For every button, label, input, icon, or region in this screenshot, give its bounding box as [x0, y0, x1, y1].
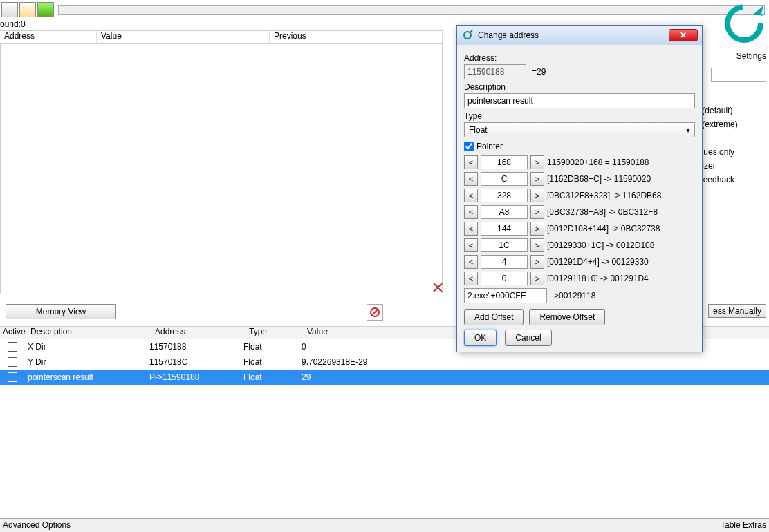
offset-input[interactable] [481, 155, 528, 169]
cheatengine-icon [461, 29, 474, 41]
pointer-label: Pointer [476, 142, 503, 151]
close-button[interactable]: ✕ [669, 29, 698, 41]
dialog-title: Change address [478, 30, 669, 40]
scan-results-list[interactable] [0, 43, 443, 294]
address-list: Active Description Address Type Value X … [0, 326, 769, 517]
offset-dec-button[interactable]: < [464, 238, 478, 252]
col-desc[interactable]: Description [28, 327, 152, 339]
offset-dec-button[interactable]: < [464, 205, 478, 219]
offset-result: [00129118+0] -> 001291D4 [547, 274, 649, 283]
table-extras-link[interactable]: Table Extras [721, 520, 766, 531]
offset-result: [001291D4+4] -> 00129330 [547, 257, 649, 267]
offset-row: <>[0012D108+144] -> 0BC32738 [464, 222, 695, 236]
row-type: Float [243, 372, 302, 382]
row-desc: X Dir [25, 342, 149, 352]
offset-dec-button[interactable]: < [464, 222, 478, 236]
offset-dec-button[interactable]: < [464, 189, 478, 202]
active-checkbox[interactable] [8, 342, 17, 352]
found-label: ound:0 [0, 19, 26, 29]
add-address-manually-button[interactable]: ess Manually [708, 304, 766, 318]
offset-dec-button[interactable]: < [464, 255, 478, 269]
description-input[interactable] [464, 93, 695, 108]
offset-inc-button[interactable]: > [530, 205, 544, 219]
svg-line-2 [371, 309, 378, 316]
offset-row: <>[0BC32738+A8] -> 0BC312F8 [464, 205, 695, 219]
offset-inc-button[interactable]: > [530, 272, 544, 285]
cheatengine-logo[interactable] [722, 1, 766, 46]
offset-inc-button[interactable]: > [530, 238, 544, 252]
base-result: ->00129118 [551, 291, 595, 301]
offset-input[interactable] [481, 205, 528, 219]
offset-input[interactable] [481, 172, 528, 186]
address-label: Address: [464, 53, 695, 63]
advanced-options-link[interactable]: Advanced Options [3, 520, 71, 531]
row-type: Float [243, 342, 302, 352]
address-eq: =29 [532, 67, 546, 77]
ok-button[interactable]: OK [464, 330, 497, 346]
offset-result: [1162DB68+C] -> 11590020 [547, 174, 651, 184]
offset-input[interactable] [481, 238, 528, 252]
offset-dec-button[interactable]: < [464, 272, 478, 285]
col-address[interactable]: Address [0, 31, 97, 43]
add-offset-button[interactable]: Add Offset [464, 309, 524, 325]
offset-input[interactable] [481, 189, 528, 202]
offset-input[interactable] [481, 255, 528, 269]
save-button[interactable] [37, 2, 54, 17]
value-input-stub[interactable] [711, 68, 766, 82]
row-addr: P->11590188 [149, 372, 243, 382]
open-folder-button[interactable] [19, 2, 36, 17]
row-value: 9.702269318E-29 [302, 357, 769, 367]
offset-row: <>11590020+168 = 11590188 [464, 155, 695, 169]
cancel-button[interactable]: Cancel [505, 330, 551, 346]
base-address-input[interactable] [464, 288, 547, 303]
offset-inc-button[interactable]: > [530, 189, 544, 202]
offset-row: <>[1162DB68+C] -> 11590020 [464, 172, 695, 186]
pointer-checkbox[interactable] [464, 142, 474, 151]
svg-point-0 [728, 7, 761, 40]
col-type[interactable]: Type [246, 327, 304, 339]
open-file-button[interactable] [1, 2, 18, 17]
address-input[interactable] [464, 64, 526, 79]
offset-inc-button[interactable]: > [530, 172, 544, 186]
row-value: 29 [302, 372, 769, 382]
splitter-icon[interactable] [432, 282, 443, 293]
scan-results-header: Address Value Previous [0, 30, 443, 43]
offset-row: <>[00129330+1C] -> 0012D108 [464, 238, 695, 252]
remove-offset-button[interactable]: Remove Offset [529, 309, 605, 325]
row-desc: pointerscan result [25, 372, 149, 382]
col-active[interactable]: Active [0, 327, 28, 339]
col-addr2[interactable]: Address [152, 327, 246, 339]
table-row[interactable]: Y Dir1157018CFloat9.702269318E-29 [0, 354, 769, 370]
type-select[interactable]: Float [464, 122, 695, 137]
active-checkbox[interactable] [8, 372, 17, 382]
col-value[interactable]: Value [97, 31, 270, 43]
offset-result: [00129330+1C] -> 0012D108 [547, 240, 654, 250]
offset-input[interactable] [481, 222, 528, 236]
offset-result: 11590020+168 = 11590188 [547, 158, 649, 167]
offset-dec-button[interactable]: < [464, 172, 478, 186]
offset-row: <>[001291D4+4] -> 00129330 [464, 255, 695, 269]
offset-row: <>[0BC312F8+328] -> 1162DB68 [464, 189, 695, 202]
memory-view-button[interactable]: Memory View [6, 304, 116, 319]
offset-inc-button[interactable]: > [530, 222, 544, 236]
offset-row: <>[00129118+0] -> 001291D4 [464, 272, 695, 285]
offset-result: [0BC312F8+328] -> 1162DB68 [547, 191, 661, 200]
row-addr: 1157018C [149, 357, 243, 367]
col-previous[interactable]: Previous [270, 31, 443, 43]
offset-input[interactable] [481, 272, 528, 285]
settings-link[interactable]: Settings [736, 51, 766, 61]
table-row[interactable]: pointerscan resultP->11590188Float29 [0, 370, 769, 385]
dialog-titlebar[interactable]: Change address ✕ [457, 26, 702, 45]
offset-inc-button[interactable]: > [530, 255, 544, 269]
footer: Advanced Options Table Extras [0, 518, 769, 532]
type-label: Type [464, 111, 695, 121]
row-type: Float [243, 357, 302, 367]
offset-result: [0012D108+144] -> 0BC32738 [547, 224, 660, 234]
active-checkbox[interactable] [8, 357, 17, 367]
row-addr: 11570188 [149, 342, 243, 352]
offset-dec-button[interactable]: < [464, 155, 478, 169]
offset-inc-button[interactable]: > [530, 155, 544, 169]
progress-bar [58, 5, 765, 15]
row-desc: Y Dir [25, 357, 149, 367]
delete-all-icon[interactable] [367, 304, 383, 321]
